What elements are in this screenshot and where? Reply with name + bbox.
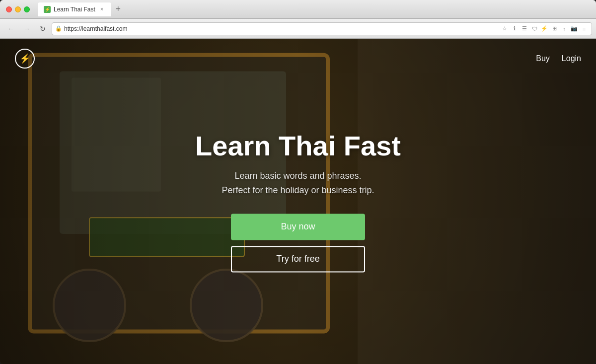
nav-links: Buy Login bbox=[536, 54, 581, 63]
share-icon[interactable]: ↑ bbox=[560, 24, 569, 33]
back-button[interactable]: ← bbox=[4, 22, 18, 36]
title-bar: ⚡ Learn Thai Fast × + bbox=[0, 0, 596, 19]
buy-nav-link[interactable]: Buy bbox=[536, 54, 550, 63]
shield-icon[interactable]: 🛡 bbox=[530, 24, 539, 33]
close-button[interactable] bbox=[6, 6, 12, 12]
hero-content: Learn Thai Fast Learn basic words and ph… bbox=[149, 131, 447, 272]
logo-symbol: ⚡ bbox=[19, 53, 30, 64]
browser-toolbar: ← → ↻ 🔒 ☆ ℹ ☰ 🛡 ⚡ ⊞ ↑ 📷 ≡ bbox=[0, 19, 596, 39]
new-tab-button[interactable]: + bbox=[111, 2, 125, 16]
address-bar[interactable]: 🔒 ☆ ℹ ☰ 🛡 ⚡ ⊞ ↑ 📷 ≡ bbox=[52, 22, 592, 35]
ssl-lock-icon: 🔒 bbox=[55, 25, 62, 32]
hero-subtitle-line2: Perfect for the holiday or business trip… bbox=[222, 185, 374, 195]
bookmark-icon[interactable]: ☆ bbox=[500, 24, 509, 33]
reload-button[interactable]: ↻ bbox=[36, 22, 50, 36]
hero-subtitle-line1: Learn basic words and phrases. bbox=[234, 171, 361, 181]
url-input[interactable] bbox=[64, 25, 498, 32]
address-action-icons: ☆ ℹ ☰ 🛡 ⚡ ⊞ ↑ 📷 ≡ bbox=[500, 24, 589, 33]
menu-icon[interactable]: ≡ bbox=[580, 24, 589, 33]
website-area: ⚡ Buy Login Learn Thai Fast Learn basic … bbox=[0, 39, 596, 364]
hero-subtitle: Learn basic words and phrases. Perfect f… bbox=[149, 169, 447, 198]
buy-now-button[interactable]: Buy now bbox=[231, 214, 365, 240]
tab-area: ⚡ Learn Thai Fast × + bbox=[38, 2, 590, 16]
site-logo[interactable]: ⚡ bbox=[15, 49, 35, 69]
forward-button[interactable]: → bbox=[20, 22, 34, 36]
browser-tab[interactable]: ⚡ Learn Thai Fast × bbox=[38, 2, 111, 16]
puzzle-icon[interactable]: ⊞ bbox=[550, 24, 559, 33]
lightning-icon[interactable]: ⚡ bbox=[540, 24, 549, 33]
login-nav-link[interactable]: Login bbox=[562, 54, 581, 63]
info-icon[interactable]: ℹ bbox=[510, 24, 519, 33]
minimize-button[interactable] bbox=[15, 6, 21, 12]
tab-favicon: ⚡ bbox=[44, 6, 51, 13]
try-free-button[interactable]: Try for free bbox=[231, 246, 365, 272]
tab-close-button[interactable]: × bbox=[98, 6, 105, 13]
camera-icon[interactable]: 📷 bbox=[570, 24, 579, 33]
browser-window: ⚡ Learn Thai Fast × + ← → ↻ 🔒 ☆ ℹ ☰ 🛡 ⚡ … bbox=[0, 0, 596, 364]
readinglist-icon[interactable]: ☰ bbox=[520, 24, 529, 33]
tab-title: Learn Thai Fast bbox=[54, 6, 95, 13]
site-nav: ⚡ Buy Login bbox=[0, 39, 596, 78]
traffic-lights bbox=[6, 6, 30, 12]
maximize-button[interactable] bbox=[24, 6, 30, 12]
hero-title: Learn Thai Fast bbox=[149, 131, 447, 161]
